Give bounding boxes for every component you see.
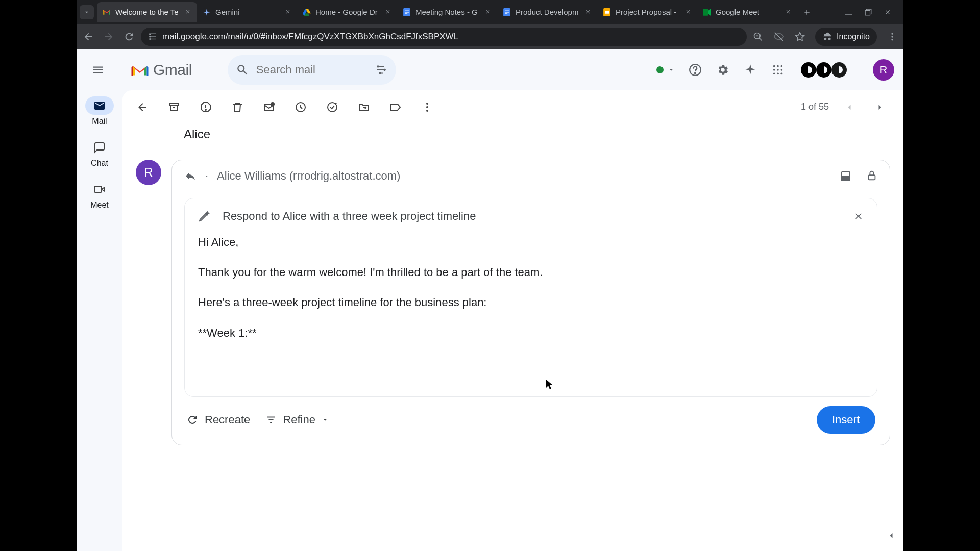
chevron-down-icon[interactable] bbox=[204, 173, 210, 179]
svg-point-22 bbox=[891, 36, 893, 37]
tab-close-icon[interactable] bbox=[585, 9, 592, 16]
tab-search-dropdown[interactable] bbox=[80, 5, 94, 19]
next-page-button[interactable] bbox=[870, 97, 890, 117]
gear-icon bbox=[716, 63, 729, 77]
add-to-tasks-button[interactable] bbox=[326, 101, 339, 114]
main-menu-button[interactable] bbox=[86, 58, 110, 82]
prev-page-button[interactable] bbox=[839, 97, 860, 117]
account-avatar[interactable]: R bbox=[873, 59, 894, 81]
status-active-icon bbox=[656, 66, 664, 73]
search-options-icon[interactable] bbox=[375, 63, 388, 77]
support-button[interactable] bbox=[688, 63, 702, 77]
gmail-logo[interactable]: Gmail bbox=[131, 61, 192, 79]
gmail-header: Gmail bbox=[77, 49, 903, 90]
zoom-icon[interactable] bbox=[753, 32, 763, 42]
eye-off-icon[interactable] bbox=[773, 31, 785, 42]
svg-rect-2 bbox=[405, 12, 409, 12]
main-content-pane: 1 of 55 Alice R Alice Williams (r bbox=[122, 90, 903, 551]
draft-paragraph: Here's a three-week project timeline for… bbox=[198, 293, 864, 311]
tab-close-icon[interactable] bbox=[685, 9, 692, 16]
search-input[interactable] bbox=[256, 63, 368, 77]
settings-button[interactable] bbox=[716, 63, 730, 77]
restore-window-icon[interactable] bbox=[865, 9, 872, 16]
avatar-letter: R bbox=[880, 64, 887, 76]
tab-close-icon[interactable] bbox=[185, 9, 192, 16]
search-box[interactable] bbox=[228, 55, 396, 85]
gmail-app: Gmail bbox=[77, 49, 903, 551]
svg-point-48 bbox=[426, 110, 428, 112]
tab-close-icon[interactable] bbox=[785, 9, 792, 16]
tab-close-icon[interactable] bbox=[385, 9, 392, 16]
bookmark-star-icon[interactable] bbox=[795, 32, 805, 42]
reload-icon[interactable] bbox=[124, 31, 135, 42]
browser-tab[interactable]: Meeting Notes - G bbox=[397, 2, 497, 22]
back-icon[interactable] bbox=[83, 31, 94, 42]
tab-title: Google Meet bbox=[716, 8, 781, 16]
browser-tab[interactable]: Google Meet bbox=[697, 2, 797, 22]
insert-label: Insert bbox=[832, 413, 860, 426]
tab-close-icon[interactable] bbox=[285, 9, 292, 16]
side-panel-toggle[interactable] bbox=[886, 531, 901, 546]
svg-point-43 bbox=[271, 103, 274, 106]
mail-icon bbox=[93, 99, 106, 112]
svg-point-26 bbox=[379, 72, 381, 74]
browser-tab[interactable]: Welcome to the Te bbox=[97, 2, 197, 22]
svg-point-14 bbox=[149, 34, 151, 35]
draft-paragraph: Thank you for the warm welcome! I'm thri… bbox=[198, 263, 864, 281]
left-navigation-rail: Mail Chat Meet bbox=[77, 90, 122, 551]
recreate-button[interactable]: Recreate bbox=[186, 413, 250, 427]
browser-tab[interactable]: Product Developm bbox=[497, 2, 597, 22]
browser-tab[interactable]: Project Proposal - bbox=[597, 2, 697, 22]
rail-chat[interactable]: Chat bbox=[85, 138, 114, 168]
mark-unread-button[interactable] bbox=[262, 101, 276, 114]
archive-button[interactable] bbox=[167, 101, 181, 114]
report-spam-button[interactable] bbox=[199, 101, 212, 114]
svg-point-15 bbox=[149, 36, 151, 38]
browser-tab[interactable]: Home - Google Dr bbox=[297, 2, 397, 22]
slides-favicon-icon bbox=[602, 8, 611, 17]
browser-menu-icon[interactable] bbox=[887, 32, 897, 42]
popout-icon[interactable] bbox=[840, 170, 852, 182]
tab-title: Product Developm bbox=[516, 8, 581, 16]
ai-draft-body[interactable]: Hi Alice, Thank you for the warm welcome… bbox=[198, 233, 864, 385]
svg-point-35 bbox=[773, 73, 775, 75]
gemini-button[interactable] bbox=[743, 63, 757, 77]
recipient-text[interactable]: Alice Williams (rrrodrig.altostrat.com) bbox=[217, 169, 400, 183]
url-input[interactable]: mail.google.com/mail/u/0/#inbox/FMfcgzQV… bbox=[141, 28, 747, 46]
minimize-window-icon[interactable] bbox=[845, 9, 852, 16]
svg-point-25 bbox=[383, 69, 385, 71]
rail-label: Chat bbox=[91, 159, 108, 168]
svg-rect-38 bbox=[94, 186, 102, 192]
refine-button[interactable]: Refine bbox=[265, 413, 329, 427]
labels-button[interactable] bbox=[389, 101, 402, 114]
back-to-inbox-button[interactable] bbox=[136, 101, 149, 114]
snooze-button[interactable] bbox=[294, 101, 307, 114]
svg-rect-39 bbox=[169, 103, 179, 105]
lock-icon[interactable] bbox=[866, 170, 877, 181]
tab-title: Gemini bbox=[215, 8, 281, 16]
tab-close-icon[interactable] bbox=[485, 9, 492, 16]
more-options-button[interactable] bbox=[421, 101, 434, 114]
rail-mail[interactable]: Mail bbox=[85, 96, 114, 126]
rail-label: Meet bbox=[90, 201, 109, 210]
reply-icon[interactable] bbox=[184, 170, 197, 182]
close-ai-panel-button[interactable] bbox=[853, 211, 864, 221]
close-window-icon[interactable] bbox=[884, 9, 891, 16]
sparkle-icon bbox=[744, 63, 757, 77]
video-icon bbox=[93, 183, 106, 195]
apps-button[interactable] bbox=[771, 63, 785, 77]
move-to-button[interactable] bbox=[357, 101, 371, 114]
browser-tab[interactable]: Gemini bbox=[197, 2, 297, 22]
draft-greeting: Hi Alice, bbox=[198, 233, 864, 251]
incognito-indicator[interactable]: Incognito bbox=[815, 28, 877, 46]
gmail-logo-text: Gmail bbox=[153, 61, 192, 79]
svg-rect-5 bbox=[505, 10, 509, 11]
new-tab-button[interactable] bbox=[799, 5, 815, 20]
status-indicator[interactable] bbox=[656, 66, 675, 73]
rail-meet[interactable]: Meet bbox=[85, 180, 114, 210]
svg-point-37 bbox=[781, 73, 783, 75]
forward-icon[interactable] bbox=[103, 31, 114, 42]
site-info-icon[interactable] bbox=[148, 32, 157, 41]
delete-button[interactable] bbox=[231, 101, 244, 114]
insert-button[interactable]: Insert bbox=[817, 406, 875, 434]
